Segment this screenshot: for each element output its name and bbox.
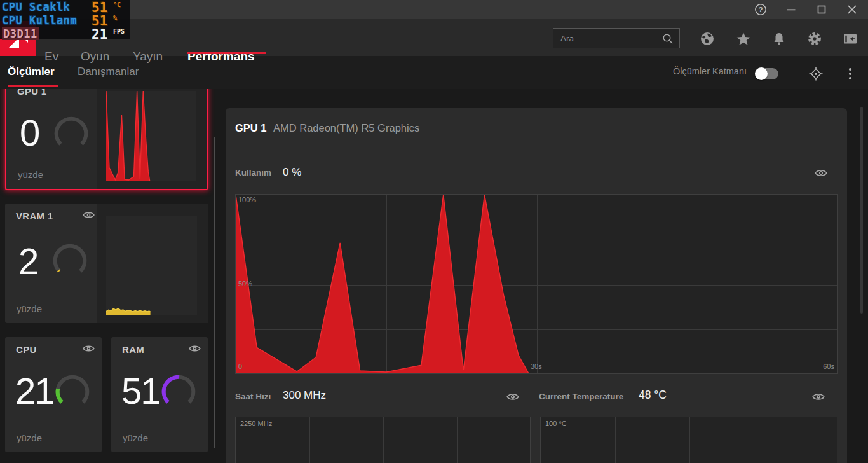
toggle-knob	[755, 67, 768, 80]
temperature-chart: 100 °C	[540, 417, 837, 463]
more-options-kebab-button[interactable]	[846, 66, 855, 81]
gridline	[764, 417, 764, 463]
main-scrollbar[interactable]	[860, 107, 863, 314]
osd-cpu-temp-label: CPU Scaklk	[2, 1, 70, 13]
vram-gauge	[52, 243, 88, 279]
collapse-panel-button[interactable]	[843, 31, 858, 46]
divider	[235, 151, 838, 151]
sidebar-card-vram[interactable]: VRAM 1 2 yüzde	[5, 204, 208, 323]
ytick-50: 50%	[238, 280, 252, 287]
tab-danismanlar[interactable]: Danışmanlar	[78, 66, 139, 78]
gpu-name: AMD Radeon(TM) R5 Graphics	[273, 122, 419, 134]
nav-tab-oyun[interactable]: Oyun	[81, 50, 109, 64]
gear-icon	[807, 31, 822, 46]
xtick-60s: 60s	[823, 363, 834, 370]
clock-value: 300 MHz	[283, 389, 326, 402]
clock-speed-chart: 2250 MHz	[235, 417, 531, 463]
vram-mini-chart-zone	[97, 204, 208, 323]
search-box	[553, 28, 680, 48]
bell-icon	[771, 31, 787, 46]
usage-label: Kullanım	[235, 168, 271, 177]
minimize-button[interactable]	[783, 2, 799, 17]
temp-chart-max-label: 100 °C	[545, 420, 567, 427]
minimize-icon	[783, 2, 799, 17]
panel-title: GPU 1	[235, 122, 267, 134]
sidebar-scrollbar[interactable]	[214, 137, 215, 448]
gpu-gauge	[53, 116, 89, 151]
card-title: CPU	[16, 344, 37, 355]
gridline	[457, 417, 458, 463]
temperature-eye-icon[interactable]	[812, 392, 825, 401]
osd-row-cpu-temp: CPU Scaklk	[2, 1, 70, 13]
sidebar-card-gpu[interactable]: GPU 1 0 yüzde	[5, 78, 208, 190]
overlay-toggle-label: Ölçümler Katmanı	[673, 66, 747, 76]
radeon-software-window: ? Ev Oyun Yayın Perfo	[0, 0, 868, 463]
notifications-button[interactable]	[771, 31, 787, 46]
maximize-button[interactable]	[814, 2, 829, 17]
svg-text:?: ?	[759, 6, 763, 13]
help-icon: ?	[753, 2, 768, 17]
globe-button[interactable]	[700, 31, 715, 46]
usage-eye-icon[interactable]	[815, 169, 827, 177]
osd-row-fps: D3D11	[2, 27, 39, 40]
gpu-mini-chart	[106, 91, 196, 181]
help-button[interactable]: ?	[753, 2, 768, 17]
unit-label: yüzde	[17, 432, 42, 443]
osd-cpu-temp-unit: °C	[113, 1, 121, 8]
star-icon	[736, 31, 751, 46]
sidebar-card-cpu[interactable]: CPU 21 yüzde	[5, 337, 102, 452]
eye-icon[interactable]	[189, 344, 201, 353]
tab-olcumler[interactable]: Ölçümler	[8, 66, 55, 78]
clock-eye-icon[interactable]	[506, 392, 519, 401]
gpu-usage-chart: 100% 50% 0 30s 60s	[235, 194, 838, 374]
ram-gauge	[161, 374, 196, 410]
eye-icon[interactable]	[83, 211, 95, 219]
vram-usage-value: 2	[18, 243, 37, 280]
osd-fps-value: 21	[92, 27, 107, 42]
osd-api-label: D3D11	[2, 27, 39, 40]
unit-label: yüzde	[17, 303, 42, 314]
gpu-usage-value: 0	[20, 114, 39, 151]
olcumler-katmani-toggle[interactable]	[755, 68, 778, 79]
osd-cpu-usage-unit: %	[113, 15, 117, 22]
gpu-detail-panel: GPU 1 AMD Radeon(TM) R5 Graphics Kullanı…	[226, 108, 847, 463]
globe-icon	[700, 31, 715, 46]
xtick-0: 0	[238, 363, 242, 370]
active-tab-underline	[187, 52, 266, 54]
ytick-100: 100%	[238, 196, 256, 204]
search-icon[interactable]	[662, 33, 674, 45]
temperature-value: 48 °C	[639, 389, 667, 402]
gridline	[383, 417, 384, 463]
temperature-label: Current Temperature	[539, 392, 623, 401]
gpu-mini-chart-zone	[97, 79, 207, 189]
active-subtab-underline	[8, 85, 58, 88]
unit-label: yüzde	[123, 432, 148, 443]
sampling-crosshair-button[interactable]	[808, 66, 824, 81]
performance-sub-nav: Ölçümler Danışmanlar Ölçümler Katmanı	[0, 56, 868, 89]
unit-label: yüzde	[18, 169, 43, 180]
favorites-button[interactable]	[736, 31, 751, 46]
sidebar-card-ram[interactable]: RAM 51 yüzde	[111, 337, 208, 452]
close-button[interactable]	[844, 2, 860, 17]
rtss-osd-overlay: CPU Scaklk 51 °C CPU Kullanm 51 % D3D11 …	[0, 0, 130, 39]
eye-icon[interactable]	[83, 344, 95, 353]
gpu-usage-area	[236, 195, 837, 373]
nav-tab-yayin[interactable]: Yayın	[133, 50, 163, 64]
vram-mini-chart	[106, 216, 197, 315]
nav-tab-ev[interactable]: Ev	[44, 50, 58, 64]
settings-button[interactable]	[807, 31, 822, 46]
osd-cpu-usage-label: CPU Kullanm	[2, 14, 77, 27]
osd-fps-unit: FPS	[113, 28, 125, 35]
gridline	[689, 417, 690, 463]
maximize-icon	[814, 2, 829, 17]
panel-collapse-icon	[843, 31, 858, 46]
cpu-gauge	[55, 374, 90, 410]
gridline	[309, 417, 310, 463]
usage-value: 0 %	[283, 166, 301, 179]
clock-label: Saat Hızı	[235, 392, 271, 401]
search-input[interactable]	[553, 29, 660, 48]
ram-usage-value: 51	[121, 373, 160, 410]
clock-chart-max-label: 2250 MHz	[240, 420, 272, 427]
gridline	[615, 417, 616, 463]
card-title: VRAM 1	[16, 211, 53, 221]
